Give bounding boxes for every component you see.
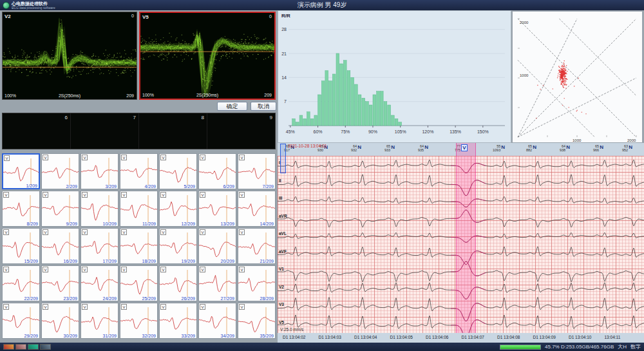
beat-marker[interactable]: 63952N bbox=[622, 144, 632, 152]
beat-thumbnail[interactable]: V22/209 bbox=[2, 265, 40, 301]
page-start-cursor[interactable] bbox=[280, 144, 286, 173]
beat-thumbnail[interactable]: V30/209 bbox=[41, 303, 79, 339]
ime-indicator-numeric[interactable]: 数字 bbox=[630, 343, 641, 350]
template-slot-7[interactable]: 7 bbox=[71, 113, 139, 149]
beat-class-tag: V bbox=[82, 229, 88, 235]
beat-thumbnail[interactable]: V11/209 bbox=[120, 191, 158, 227]
beat-thumbnail[interactable]: V27/209 bbox=[198, 265, 236, 301]
beat-thumbnail[interactable]: V10/209 bbox=[80, 191, 118, 227]
beat-thumbnail-waveform bbox=[160, 232, 197, 260]
beat-marker[interactable]: 65933N bbox=[384, 144, 395, 152]
beat-type-label[interactable]: N bbox=[533, 144, 536, 150]
beat-thumbnail[interactable]: V31/209 bbox=[80, 303, 118, 339]
beat-class-tag: V bbox=[200, 304, 205, 310]
taskbar-thumbnail[interactable] bbox=[40, 344, 51, 350]
beat-measurements: 64932 bbox=[351, 144, 357, 152]
beat-thumbnail[interactable]: V28/209 bbox=[238, 265, 276, 301]
ecg-panel[interactable]: 2021-10-28 13:04:01 65917N65930N64932N65… bbox=[278, 143, 644, 343]
beat-thumbnail[interactable]: V20/209 bbox=[198, 228, 236, 264]
beat-class-tag: V bbox=[239, 304, 245, 310]
template-panel-v2[interactable]: V2 0 100% 2S(250ms) 209 bbox=[2, 12, 137, 100]
beat-marker[interactable]: 65882N bbox=[526, 144, 536, 152]
taskbar-thumbnail[interactable] bbox=[3, 344, 14, 350]
beat-thumbnail[interactable]: V33/209 bbox=[159, 303, 197, 339]
beat-thumbnail[interactable]: V14/209 bbox=[238, 191, 276, 227]
disk-progress-fill bbox=[500, 345, 540, 349]
beat-index-label: 2/209 bbox=[66, 184, 77, 189]
beat-thumbnail[interactable]: V19/209 bbox=[159, 228, 197, 264]
template-panel-v5[interactable]: V5 0 100% 2S(250ms) 209 bbox=[139, 12, 276, 100]
beat-marker[interactable]: 64938N bbox=[560, 144, 570, 152]
poincare-scatter-panel[interactable]: 2000100010002000 bbox=[512, 11, 643, 143]
beat-type-label[interactable]: N bbox=[501, 144, 505, 150]
beat-class-tag: V bbox=[43, 304, 48, 310]
template-slot-8[interactable]: 8 bbox=[139, 113, 207, 149]
beat-thumbnail[interactable]: V3/209 bbox=[80, 153, 118, 189]
beat-type-label[interactable]: N bbox=[629, 144, 632, 150]
beat-thumbnail[interactable]: V4/209 bbox=[120, 153, 158, 189]
beat-thumbnail[interactable]: V2/209 bbox=[41, 153, 79, 189]
beat-thumbnail[interactable]: V8/209 bbox=[2, 191, 40, 227]
beat-thumbnail-waveform bbox=[42, 307, 79, 334]
beat-class-tag: V bbox=[200, 267, 205, 272]
beat-measurements: 65933 bbox=[384, 144, 390, 152]
beat-thumbnail[interactable]: V24/209 bbox=[80, 265, 118, 301]
beat-index-label: 5/209 bbox=[184, 184, 195, 189]
ecg-timestamp: 2021-10-28 13:04:01 bbox=[288, 144, 327, 148]
rr-histogram-title: R/R bbox=[281, 13, 290, 19]
svg-text:7: 7 bbox=[284, 99, 287, 104]
beat-thumbnail[interactable]: V29/209 bbox=[2, 303, 40, 339]
beat-thumbnail-waveform bbox=[238, 195, 276, 222]
confirm-button[interactable]: 确定 bbox=[217, 102, 247, 111]
beat-thumbnail[interactable]: V18/209 bbox=[120, 228, 158, 264]
beat-thumbnail[interactable]: V34/209 bbox=[198, 303, 236, 339]
svg-text:2000: 2000 bbox=[520, 21, 529, 24]
template-slot-9[interactable]: 9 bbox=[207, 113, 275, 149]
template-slot-number: 6 bbox=[65, 115, 68, 120]
beat-type-label[interactable]: N bbox=[424, 144, 428, 150]
beat-index-label: 11/209 bbox=[142, 222, 156, 226]
beat-marker[interactable]: 64932N bbox=[351, 144, 361, 152]
beat-grid: V1/209V2/209V3/209V4/209V5/209V6/209V7/2… bbox=[2, 153, 276, 339]
beat-thumbnail[interactable]: V26/209 bbox=[159, 265, 197, 301]
beat-thumbnail-waveform bbox=[199, 232, 236, 260]
beat-thumbnail[interactable]: V16/209 bbox=[41, 228, 79, 264]
taskbar-thumbnail[interactable] bbox=[15, 344, 26, 350]
beat-thumbnail[interactable]: V21/209 bbox=[238, 228, 276, 264]
beat-thumbnail[interactable]: V15/209 bbox=[2, 228, 40, 264]
ime-indicator-caps[interactable]: 大H bbox=[618, 343, 627, 350]
beat-marker[interactable]: 65966N bbox=[593, 144, 603, 152]
template-slot-6[interactable]: 6 bbox=[3, 113, 71, 149]
beat-thumbnail[interactable]: V17/209 bbox=[80, 228, 118, 264]
beat-thumbnail[interactable]: V1/209 bbox=[2, 153, 40, 189]
beat-thumbnail-waveform bbox=[199, 195, 236, 222]
cancel-button[interactable]: 取消 bbox=[251, 102, 276, 111]
beat-type-label[interactable]: N bbox=[391, 144, 395, 150]
beat-thumbnail-waveform bbox=[42, 195, 79, 222]
beat-type-label[interactable]: N bbox=[566, 144, 570, 150]
beat-marker[interactable]: 64935N bbox=[418, 144, 428, 152]
beat-type-label[interactable]: N bbox=[357, 144, 361, 150]
beat-type-label[interactable]: V bbox=[461, 144, 467, 151]
beat-thumbnail[interactable]: V7/209 bbox=[238, 153, 276, 189]
beat-index-label: 1/209 bbox=[26, 184, 37, 188]
beat-index-label: 6/209 bbox=[223, 184, 234, 189]
beat-marker[interactable]: 551093N bbox=[493, 144, 505, 152]
beat-class-tag: V bbox=[200, 229, 205, 235]
ecg-strip-body[interactable]: V:25.0 mm/s IIIIIIaVRaVLaVFV1V2V3V5 bbox=[278, 156, 644, 333]
beat-index-label: 35/209 bbox=[260, 334, 274, 338]
beat-thumbnail[interactable]: V35/209 bbox=[238, 303, 276, 339]
beat-thumbnail[interactable]: V23/209 bbox=[41, 265, 79, 301]
beat-index-label: 22/209 bbox=[24, 296, 38, 301]
taskbar-thumbnail[interactable] bbox=[28, 344, 39, 350]
beat-thumbnail[interactable]: V32/209 bbox=[120, 303, 158, 339]
beat-thumbnail[interactable]: V6/209 bbox=[198, 153, 236, 189]
beat-thumbnail[interactable]: V12/209 bbox=[159, 191, 197, 227]
rr-histogram-panel[interactable]: R/R 282114745%60%75%90%105%120%135%150% bbox=[278, 10, 511, 143]
template-canvas-v5 bbox=[140, 13, 274, 99]
beat-thumbnail[interactable]: V25/209 bbox=[120, 265, 158, 301]
beat-thumbnail[interactable]: V9/209 bbox=[41, 191, 79, 227]
beat-type-label[interactable]: N bbox=[600, 144, 603, 150]
beat-thumbnail[interactable]: V13/209 bbox=[198, 191, 236, 227]
beat-thumbnail[interactable]: V5/209 bbox=[159, 153, 197, 189]
